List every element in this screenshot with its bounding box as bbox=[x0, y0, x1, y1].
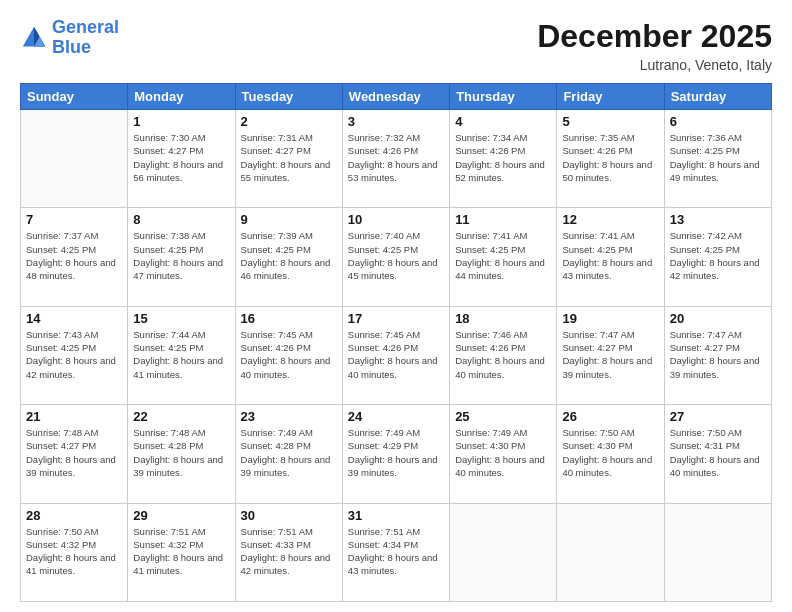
calendar-cell bbox=[557, 503, 664, 601]
day-info: Sunrise: 7:50 AM Sunset: 4:32 PM Dayligh… bbox=[26, 525, 122, 578]
day-number: 13 bbox=[670, 212, 766, 227]
day-info: Sunrise: 7:37 AM Sunset: 4:25 PM Dayligh… bbox=[26, 229, 122, 282]
day-number: 3 bbox=[348, 114, 444, 129]
day-info: Sunrise: 7:51 AM Sunset: 4:32 PM Dayligh… bbox=[133, 525, 229, 578]
calendar-cell: 25Sunrise: 7:49 AM Sunset: 4:30 PM Dayli… bbox=[450, 405, 557, 503]
calendar-cell: 15Sunrise: 7:44 AM Sunset: 4:25 PM Dayli… bbox=[128, 306, 235, 404]
day-number: 21 bbox=[26, 409, 122, 424]
day-info: Sunrise: 7:44 AM Sunset: 4:25 PM Dayligh… bbox=[133, 328, 229, 381]
day-number: 25 bbox=[455, 409, 551, 424]
calendar-cell bbox=[664, 503, 771, 601]
calendar-cell bbox=[450, 503, 557, 601]
day-info: Sunrise: 7:40 AM Sunset: 4:25 PM Dayligh… bbox=[348, 229, 444, 282]
day-number: 31 bbox=[348, 508, 444, 523]
logo-text: General Blue bbox=[52, 18, 119, 58]
day-number: 20 bbox=[670, 311, 766, 326]
weekday-header-sunday: Sunday bbox=[21, 84, 128, 110]
weekday-header-thursday: Thursday bbox=[450, 84, 557, 110]
weekday-header-saturday: Saturday bbox=[664, 84, 771, 110]
calendar-cell: 22Sunrise: 7:48 AM Sunset: 4:28 PM Dayli… bbox=[128, 405, 235, 503]
calendar-cell: 3Sunrise: 7:32 AM Sunset: 4:26 PM Daylig… bbox=[342, 110, 449, 208]
day-number: 26 bbox=[562, 409, 658, 424]
calendar-cell: 23Sunrise: 7:49 AM Sunset: 4:28 PM Dayli… bbox=[235, 405, 342, 503]
day-info: Sunrise: 7:35 AM Sunset: 4:26 PM Dayligh… bbox=[562, 131, 658, 184]
calendar-cell: 1Sunrise: 7:30 AM Sunset: 4:27 PM Daylig… bbox=[128, 110, 235, 208]
calendar-table: SundayMondayTuesdayWednesdayThursdayFrid… bbox=[20, 83, 772, 602]
day-number: 7 bbox=[26, 212, 122, 227]
day-number: 12 bbox=[562, 212, 658, 227]
calendar-cell: 5Sunrise: 7:35 AM Sunset: 4:26 PM Daylig… bbox=[557, 110, 664, 208]
day-info: Sunrise: 7:47 AM Sunset: 4:27 PM Dayligh… bbox=[562, 328, 658, 381]
day-number: 14 bbox=[26, 311, 122, 326]
calendar-cell: 14Sunrise: 7:43 AM Sunset: 4:25 PM Dayli… bbox=[21, 306, 128, 404]
calendar-cell bbox=[21, 110, 128, 208]
calendar-cell: 16Sunrise: 7:45 AM Sunset: 4:26 PM Dayli… bbox=[235, 306, 342, 404]
day-number: 8 bbox=[133, 212, 229, 227]
day-info: Sunrise: 7:48 AM Sunset: 4:28 PM Dayligh… bbox=[133, 426, 229, 479]
day-number: 6 bbox=[670, 114, 766, 129]
day-info: Sunrise: 7:41 AM Sunset: 4:25 PM Dayligh… bbox=[562, 229, 658, 282]
day-info: Sunrise: 7:45 AM Sunset: 4:26 PM Dayligh… bbox=[241, 328, 337, 381]
calendar-cell: 9Sunrise: 7:39 AM Sunset: 4:25 PM Daylig… bbox=[235, 208, 342, 306]
calendar-cell: 24Sunrise: 7:49 AM Sunset: 4:29 PM Dayli… bbox=[342, 405, 449, 503]
weekday-header-tuesday: Tuesday bbox=[235, 84, 342, 110]
calendar-cell: 13Sunrise: 7:42 AM Sunset: 4:25 PM Dayli… bbox=[664, 208, 771, 306]
page: General Blue December 2025 Lutrano, Vene… bbox=[0, 0, 792, 612]
day-info: Sunrise: 7:50 AM Sunset: 4:31 PM Dayligh… bbox=[670, 426, 766, 479]
calendar-cell: 8Sunrise: 7:38 AM Sunset: 4:25 PM Daylig… bbox=[128, 208, 235, 306]
day-info: Sunrise: 7:41 AM Sunset: 4:25 PM Dayligh… bbox=[455, 229, 551, 282]
day-info: Sunrise: 7:39 AM Sunset: 4:25 PM Dayligh… bbox=[241, 229, 337, 282]
calendar-cell: 27Sunrise: 7:50 AM Sunset: 4:31 PM Dayli… bbox=[664, 405, 771, 503]
calendar-week-row: 28Sunrise: 7:50 AM Sunset: 4:32 PM Dayli… bbox=[21, 503, 772, 601]
location-subtitle: Lutrano, Veneto, Italy bbox=[537, 57, 772, 73]
day-number: 18 bbox=[455, 311, 551, 326]
day-info: Sunrise: 7:51 AM Sunset: 4:33 PM Dayligh… bbox=[241, 525, 337, 578]
calendar-cell: 10Sunrise: 7:40 AM Sunset: 4:25 PM Dayli… bbox=[342, 208, 449, 306]
day-number: 2 bbox=[241, 114, 337, 129]
calendar-cell: 28Sunrise: 7:50 AM Sunset: 4:32 PM Dayli… bbox=[21, 503, 128, 601]
day-info: Sunrise: 7:49 AM Sunset: 4:29 PM Dayligh… bbox=[348, 426, 444, 479]
calendar-cell: 2Sunrise: 7:31 AM Sunset: 4:27 PM Daylig… bbox=[235, 110, 342, 208]
header: General Blue December 2025 Lutrano, Vene… bbox=[20, 18, 772, 73]
calendar-cell: 21Sunrise: 7:48 AM Sunset: 4:27 PM Dayli… bbox=[21, 405, 128, 503]
calendar-cell: 12Sunrise: 7:41 AM Sunset: 4:25 PM Dayli… bbox=[557, 208, 664, 306]
day-number: 15 bbox=[133, 311, 229, 326]
day-info: Sunrise: 7:32 AM Sunset: 4:26 PM Dayligh… bbox=[348, 131, 444, 184]
day-info: Sunrise: 7:48 AM Sunset: 4:27 PM Dayligh… bbox=[26, 426, 122, 479]
day-info: Sunrise: 7:50 AM Sunset: 4:30 PM Dayligh… bbox=[562, 426, 658, 479]
day-info: Sunrise: 7:51 AM Sunset: 4:34 PM Dayligh… bbox=[348, 525, 444, 578]
calendar-cell: 19Sunrise: 7:47 AM Sunset: 4:27 PM Dayli… bbox=[557, 306, 664, 404]
title-block: December 2025 Lutrano, Veneto, Italy bbox=[537, 18, 772, 73]
day-number: 29 bbox=[133, 508, 229, 523]
day-number: 22 bbox=[133, 409, 229, 424]
logo-blue: Blue bbox=[52, 37, 91, 57]
weekday-header-friday: Friday bbox=[557, 84, 664, 110]
day-number: 19 bbox=[562, 311, 658, 326]
calendar-week-row: 21Sunrise: 7:48 AM Sunset: 4:27 PM Dayli… bbox=[21, 405, 772, 503]
day-number: 27 bbox=[670, 409, 766, 424]
day-info: Sunrise: 7:47 AM Sunset: 4:27 PM Dayligh… bbox=[670, 328, 766, 381]
day-number: 10 bbox=[348, 212, 444, 227]
day-info: Sunrise: 7:42 AM Sunset: 4:25 PM Dayligh… bbox=[670, 229, 766, 282]
calendar-cell: 30Sunrise: 7:51 AM Sunset: 4:33 PM Dayli… bbox=[235, 503, 342, 601]
weekday-header-monday: Monday bbox=[128, 84, 235, 110]
logo-general: General bbox=[52, 17, 119, 37]
day-info: Sunrise: 7:31 AM Sunset: 4:27 PM Dayligh… bbox=[241, 131, 337, 184]
day-info: Sunrise: 7:30 AM Sunset: 4:27 PM Dayligh… bbox=[133, 131, 229, 184]
day-info: Sunrise: 7:45 AM Sunset: 4:26 PM Dayligh… bbox=[348, 328, 444, 381]
day-number: 24 bbox=[348, 409, 444, 424]
day-number: 28 bbox=[26, 508, 122, 523]
calendar-week-row: 1Sunrise: 7:30 AM Sunset: 4:27 PM Daylig… bbox=[21, 110, 772, 208]
day-info: Sunrise: 7:38 AM Sunset: 4:25 PM Dayligh… bbox=[133, 229, 229, 282]
calendar-cell: 6Sunrise: 7:36 AM Sunset: 4:25 PM Daylig… bbox=[664, 110, 771, 208]
day-number: 23 bbox=[241, 409, 337, 424]
day-info: Sunrise: 7:46 AM Sunset: 4:26 PM Dayligh… bbox=[455, 328, 551, 381]
logo-icon bbox=[20, 24, 48, 52]
weekday-header-wednesday: Wednesday bbox=[342, 84, 449, 110]
day-info: Sunrise: 7:43 AM Sunset: 4:25 PM Dayligh… bbox=[26, 328, 122, 381]
calendar-cell: 11Sunrise: 7:41 AM Sunset: 4:25 PM Dayli… bbox=[450, 208, 557, 306]
day-number: 11 bbox=[455, 212, 551, 227]
day-info: Sunrise: 7:36 AM Sunset: 4:25 PM Dayligh… bbox=[670, 131, 766, 184]
day-info: Sunrise: 7:34 AM Sunset: 4:26 PM Dayligh… bbox=[455, 131, 551, 184]
day-info: Sunrise: 7:49 AM Sunset: 4:30 PM Dayligh… bbox=[455, 426, 551, 479]
